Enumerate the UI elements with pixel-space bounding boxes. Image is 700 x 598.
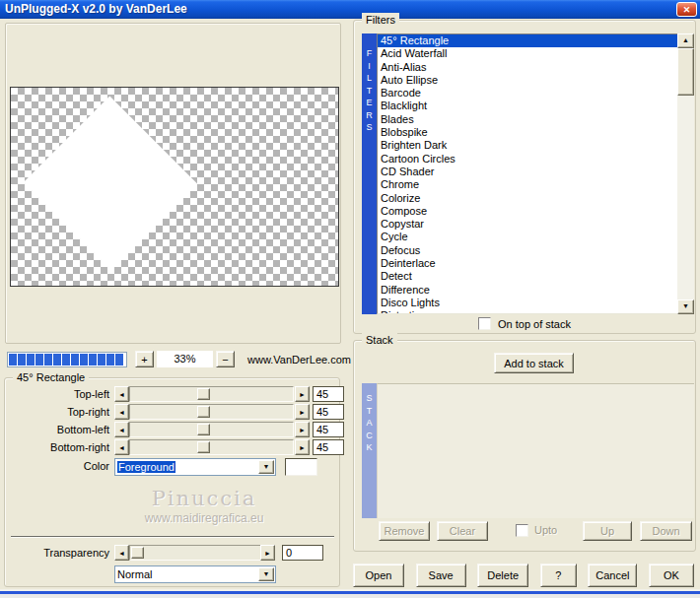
down-button[interactable]: Down — [640, 521, 692, 541]
slider-right-arrow[interactable]: ► — [295, 439, 310, 455]
upto-checkbox[interactable] — [516, 524, 528, 537]
filter-item[interactable]: Barcode — [378, 87, 693, 100]
color-combobox-dropdown-button[interactable]: ▼ — [258, 460, 274, 474]
left-arrow-icon: ◄ — [118, 444, 125, 451]
watermark-name: Pinuccia — [66, 487, 342, 510]
scrollbar-thumb[interactable] — [677, 48, 694, 96]
help-button[interactable]: ? — [540, 564, 577, 587]
progress-segment — [80, 354, 88, 365]
upto-label: Upto — [534, 524, 557, 536]
up-button[interactable]: Up — [583, 521, 632, 541]
slider-track[interactable] — [129, 422, 294, 437]
close-icon: ✕ — [683, 5, 691, 15]
add-to-stack-button[interactable]: Add to stack — [494, 353, 574, 373]
filter-item[interactable]: Copystar — [378, 218, 693, 231]
slider-row: Top-left◄►45 — [5, 386, 339, 403]
filter-item[interactable]: Distortion — [378, 309, 693, 314]
slider-left-arrow[interactable]: ◄ — [114, 404, 129, 420]
filter-item[interactable]: Blobspike — [378, 126, 693, 139]
close-button[interactable]: ✕ — [676, 2, 697, 17]
filter-item[interactable]: Brighten Dark — [378, 139, 693, 152]
filter-item[interactable]: Defocus — [378, 244, 693, 257]
slider-label: Bottom-left — [5, 422, 109, 438]
preview-image[interactable] — [10, 87, 339, 287]
transparency-right-arrow[interactable]: ► — [260, 545, 275, 561]
filter-item[interactable]: Blades — [378, 113, 693, 126]
slider-track[interactable] — [129, 404, 294, 420]
unplugged-dialog: UnPlugged-X v2.0 by VanDerLee ✕ + 33% − … — [0, 0, 700, 598]
cancel-button[interactable]: Cancel — [588, 564, 637, 587]
transparency-slider-track[interactable] — [129, 545, 262, 561]
slider-left-arrow[interactable]: ◄ — [114, 386, 129, 402]
filter-item[interactable]: Cartoon Circles — [378, 153, 693, 166]
slider-thumb[interactable] — [197, 424, 210, 435]
stack-side-bar: S T A C K — [362, 383, 377, 518]
slider-thumb[interactable] — [197, 406, 210, 418]
slider-track[interactable] — [129, 386, 294, 402]
on-top-of-stack-checkbox[interactable] — [478, 317, 491, 330]
left-arrow-icon: ◄ — [118, 409, 125, 416]
filters-group: Filters F I L T E R S 45° RectangleAcid … — [353, 20, 696, 334]
vendor-website-link[interactable]: www.VanDerLee.com — [247, 354, 351, 365]
save-button[interactable]: Save — [416, 564, 466, 587]
filter-item[interactable]: Auto Ellipse — [378, 74, 693, 87]
stack-list[interactable] — [377, 383, 694, 518]
slider-left-arrow[interactable]: ◄ — [114, 422, 129, 437]
scroll-down-button[interactable]: ▼ — [677, 299, 694, 314]
progress-segment — [62, 354, 70, 365]
color-row: Color Foreground ▼ — [5, 458, 339, 476]
clear-button[interactable]: Clear — [437, 521, 488, 541]
remove-button[interactable]: Remove — [379, 521, 430, 541]
slider-thumb[interactable] — [197, 388, 210, 400]
filter-item[interactable]: Compose — [378, 205, 693, 218]
blend-mode-dropdown-button[interactable]: ▼ — [258, 567, 274, 581]
filter-item[interactable]: Cycle — [378, 231, 693, 243]
filters-list[interactable]: 45° RectangleAcid WaterfallAnti-AliasAut… — [377, 33, 694, 314]
delete-button[interactable]: Delete — [477, 564, 528, 587]
transparency-slider-thumb[interactable] — [131, 547, 144, 559]
progress-segment — [18, 354, 26, 365]
zoom-in-button[interactable]: + — [135, 351, 154, 367]
slider-right-arrow[interactable]: ► — [295, 404, 310, 420]
slider-left-arrow[interactable]: ◄ — [114, 439, 129, 455]
transparency-label: Transparency — [5, 545, 109, 562]
window-bottom-border — [0, 589, 700, 598]
chevron-down-icon: ▼ — [263, 463, 270, 470]
slider-right-arrow[interactable]: ► — [295, 422, 310, 437]
zoom-progress-bar — [7, 352, 127, 367]
transparency-left-arrow[interactable]: ◄ — [114, 545, 129, 561]
transparency-value: 0 — [282, 545, 323, 561]
slider-thumb[interactable] — [197, 441, 210, 453]
filter-item[interactable]: Deinterlace — [378, 257, 693, 270]
filters-scrollbar[interactable]: ▲ ▼ — [677, 33, 694, 314]
filter-item[interactable]: Chrome — [378, 178, 693, 191]
filter-item[interactable]: Acid Waterfall — [378, 47, 693, 60]
ok-button[interactable]: OK — [649, 564, 694, 587]
stack-controls: Remove Clear Upto Up Down — [354, 521, 697, 541]
on-top-row: On top of stack — [353, 316, 696, 331]
progress-segment — [27, 354, 35, 365]
filter-item[interactable]: Anti-Alias — [378, 61, 693, 74]
right-arrow-icon: ► — [299, 444, 306, 451]
color-swatch[interactable] — [285, 458, 317, 476]
color-combobox[interactable]: Foreground ▼ — [114, 458, 276, 476]
filter-item[interactable]: Disco Lights — [378, 297, 693, 309]
titlebar[interactable]: UnPlugged-X v2.0 by VanDerLee ✕ — [0, 0, 700, 19]
left-arrow-icon: ◄ — [118, 427, 125, 433]
zoom-out-button[interactable]: − — [216, 351, 235, 367]
filter-item[interactable]: Detect — [378, 270, 693, 283]
slider-right-arrow[interactable]: ► — [295, 386, 310, 402]
transparency-row: Transparency ◄ ► 0 — [5, 545, 339, 562]
slider-track[interactable] — [129, 439, 294, 455]
filter-item[interactable]: Difference — [378, 284, 693, 297]
open-button[interactable]: Open — [353, 564, 404, 587]
scroll-up-button[interactable]: ▲ — [677, 33, 694, 48]
filter-item[interactable]: Blacklight — [378, 100, 693, 112]
right-arrow-icon: ► — [299, 427, 306, 433]
filter-item[interactable]: 45° Rectangle — [378, 34, 693, 47]
blend-mode-combobox[interactable]: Normal ▼ — [114, 565, 276, 583]
progress-segment — [9, 354, 17, 365]
filter-item[interactable]: Colorize — [378, 192, 693, 205]
right-arrow-icon: ► — [299, 409, 306, 416]
filter-item[interactable]: CD Shader — [378, 166, 693, 178]
